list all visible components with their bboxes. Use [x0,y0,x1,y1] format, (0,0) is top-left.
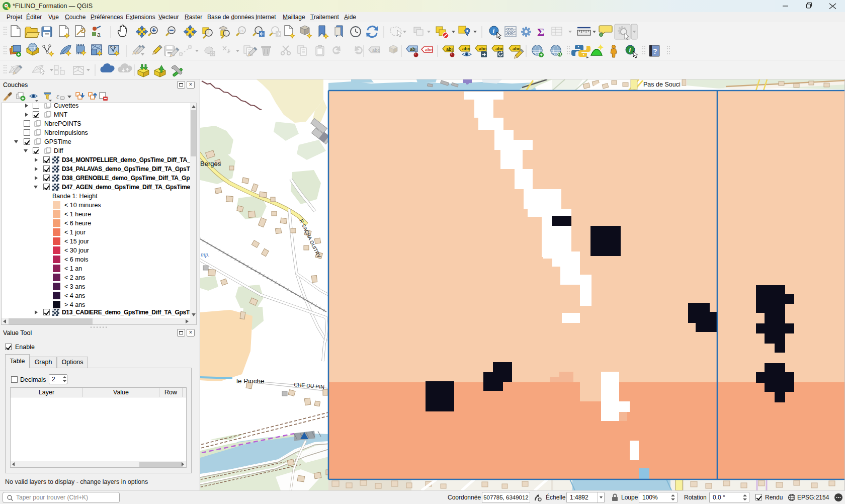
svg-text:abc: abc [462,46,470,51]
svg-text:mp.: mp. [201,251,210,258]
svg-text:abc: abc [495,46,503,51]
svg-text:abc: abc [479,46,487,51]
svg-text:abc: abc [425,47,433,52]
svg-text:ab: ab [446,47,452,52]
svg-text:ε: ε [60,64,62,70]
svg-text:i: i [629,46,631,54]
svg-text:ε: ε [56,93,59,100]
svg-text:le Pinche: le Pinche [236,377,265,385]
svg-text:a: a [97,31,101,38]
svg-text:abc: abc [372,48,380,53]
svg-text:ab: ab [410,47,415,52]
svg-text:?: ? [653,47,657,55]
svg-text:Σ: Σ [537,26,544,38]
svg-text:Berges: Berges [200,160,221,167]
svg-text:1:1: 1:1 [239,29,244,33]
svg-text:abc: abc [513,46,521,51]
svg-text:Pas de Souci: Pas de Souci [643,81,681,88]
svg-text:i: i [493,27,495,35]
